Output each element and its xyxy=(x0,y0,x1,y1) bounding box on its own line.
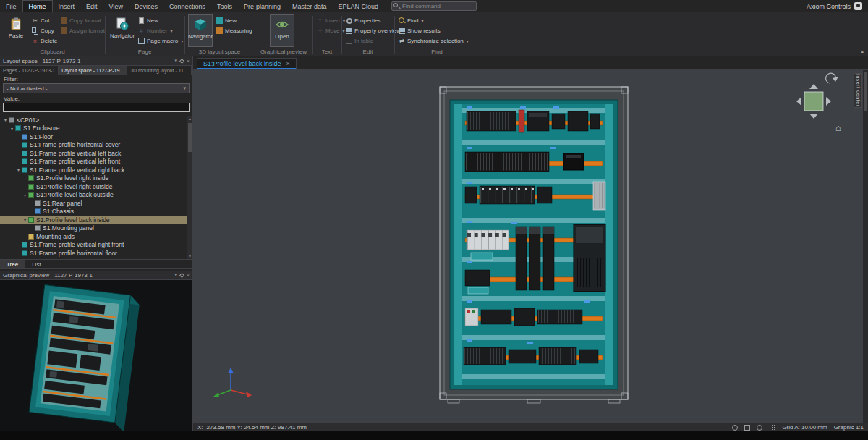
design-mode-icon[interactable] xyxy=(732,425,738,431)
scroll-down-icon[interactable]: ▼ xyxy=(187,254,192,258)
scroll-up-icon[interactable]: ▲ xyxy=(187,117,192,121)
tree-item[interactable]: ▾<CP01> xyxy=(0,116,192,124)
expander-icon[interactable]: ▾ xyxy=(22,217,28,222)
expander-icon[interactable]: ▾ xyxy=(22,192,28,198)
delete-button[interactable]: ×Delete xyxy=(32,36,57,46)
properties-label: Properties xyxy=(354,17,380,24)
tree-item[interactable]: Mounting aids xyxy=(0,232,192,241)
measuring-icon xyxy=(216,28,223,34)
page-navigator-icon xyxy=(115,17,129,31)
folder-icon xyxy=(28,234,34,240)
pin-icon[interactable] xyxy=(179,59,184,64)
frame-profile-icon xyxy=(22,242,27,248)
grid-toggle-icon[interactable] xyxy=(769,424,775,431)
copy-button[interactable]: Copy xyxy=(32,26,54,35)
number-icon: # xyxy=(138,28,145,34)
pin-icon[interactable] xyxy=(179,273,184,278)
show-results-button[interactable]: Show results xyxy=(399,26,441,35)
tree-item[interactable]: S1:Rear panel xyxy=(0,199,192,208)
collapse-ribbon-icon[interactable]: ▴ xyxy=(861,48,864,54)
find-button[interactable]: Find▾ xyxy=(399,16,424,25)
menu-masterdata[interactable]: Master data xyxy=(286,0,333,12)
cut-button[interactable]: ✂Cut xyxy=(32,16,49,25)
tree-item[interactable]: S1:Frame profile horizontal floor xyxy=(0,249,192,258)
tree-item-selected[interactable]: ▾S1:Profile level back inside xyxy=(0,216,192,224)
value-label: Value: xyxy=(4,96,20,102)
tree-item-label: S1:Frame profile vertical left front xyxy=(30,158,120,165)
scrollbar-thumb[interactable] xyxy=(864,72,867,111)
tab-list[interactable]: List xyxy=(25,260,48,268)
new-layout-space-button[interactable]: New xyxy=(216,16,237,25)
menu-eplancloud[interactable]: EPLAN Cloud xyxy=(333,0,385,12)
in-table-icon xyxy=(346,38,352,44)
tree-item-label: S1:Rear panel xyxy=(43,200,82,207)
layout-canvas[interactable]: ⌂ Insert center xyxy=(193,70,862,423)
tree-item[interactable]: S1:Frame profile vertical left back xyxy=(0,149,192,158)
canvas-vertical-scrollbar[interactable] xyxy=(862,70,868,423)
graphical-preview-canvas[interactable] xyxy=(0,280,192,431)
expander-icon[interactable]: ▾ xyxy=(2,117,9,122)
chevron-down-icon[interactable]: ▾ xyxy=(174,272,177,278)
account-icon xyxy=(854,2,862,10)
snap-icon[interactable] xyxy=(744,425,750,431)
tab-close-icon[interactable]: × xyxy=(286,60,290,67)
menu-connections[interactable]: Connections xyxy=(163,0,211,12)
visibility-icon[interactable] xyxy=(757,425,762,431)
synchronize-selection-button[interactable]: ⇄Synchronize selection▾ xyxy=(399,36,469,46)
new-page-button[interactable]: New xyxy=(138,16,158,25)
menu-view[interactable]: View xyxy=(103,0,129,12)
close-icon[interactable]: × xyxy=(187,273,190,278)
tree-item[interactable]: S1:Frame profile vertical left front xyxy=(0,158,192,166)
menu-file[interactable]: File xyxy=(0,0,22,12)
in-table-button[interactable]: In table xyxy=(346,36,373,46)
page-navigator-button[interactable]: Navigator xyxy=(110,14,135,47)
tree-item[interactable]: S1:Frame profile vertical right front xyxy=(0,241,192,250)
tree-scrollbar[interactable]: ▲▼ xyxy=(187,116,192,259)
move-text-button[interactable]: ✛Move▾ xyxy=(317,26,345,35)
expander-icon[interactable]: ▾ xyxy=(9,126,15,131)
insert-center-tab[interactable]: Insert center xyxy=(854,73,862,108)
new-layout-space-icon xyxy=(216,17,223,24)
tree-item[interactable]: S1:Chassis xyxy=(0,208,192,216)
tree-item[interactable]: ▾S1:Enclosure xyxy=(0,124,192,133)
number-button[interactable]: #Number▾ xyxy=(138,26,172,35)
tree-item[interactable]: S1:Profile level right outside xyxy=(0,182,192,191)
chevron-down-icon[interactable]: ▾ xyxy=(174,58,177,64)
tab-layout-space[interactable]: Layout space - 1127-P-19... xyxy=(59,66,127,75)
tab-3d-mounting-layout[interactable]: 3D mounting layout - 11... xyxy=(127,66,192,75)
tree-item[interactable]: ▾S1:Frame profile vertical right back xyxy=(0,166,192,174)
open-preview-button[interactable]: Open xyxy=(270,14,294,47)
command-search-input[interactable] xyxy=(391,1,477,11)
page-macro-button[interactable]: Page macro▾ xyxy=(138,36,183,46)
menu-tools[interactable]: Tools xyxy=(211,0,238,12)
copy-format-button[interactable]: Copy format xyxy=(61,16,101,25)
tab-tree[interactable]: Tree xyxy=(0,260,25,268)
layout-space-navigator-button[interactable]: Navigator xyxy=(188,14,213,47)
tree-item[interactable]: S1:Frame profile horizontal cover xyxy=(0,141,192,150)
menu-insert[interactable]: Insert xyxy=(53,0,81,12)
paste-button[interactable]: Paste xyxy=(4,14,28,47)
account-area[interactable]: Axiom Controls xyxy=(807,2,868,10)
expander-icon[interactable]: ▾ xyxy=(15,167,22,172)
menu-preplanning[interactable]: Pre-planning xyxy=(238,0,286,12)
tree-item[interactable]: S1:Floor xyxy=(0,132,192,141)
menu-edit[interactable]: Edit xyxy=(80,0,103,12)
dropdown-caret-icon: ▾ xyxy=(170,28,172,33)
menu-home[interactable]: Home xyxy=(22,0,53,12)
document-tab[interactable]: S1:Profile level back inside × xyxy=(197,58,297,69)
assign-format-button[interactable]: Assign format xyxy=(61,26,105,35)
tree-item[interactable]: S1:Profile level right inside xyxy=(0,174,192,183)
ribbon-group-3d-layout-space: Navigator New Measuring 3D layout space xyxy=(184,12,255,56)
property-overview-button[interactable]: Property overview xyxy=(346,26,401,35)
properties-button[interactable]: Properties xyxy=(346,16,380,25)
new-page-label: New xyxy=(147,17,158,24)
measuring-button[interactable]: Measuring xyxy=(216,26,252,35)
filter-select[interactable]: - Not activated - ▾ xyxy=(3,83,190,93)
tab-pages[interactable]: Pages - 1127-P-1973-1 xyxy=(0,66,59,75)
close-icon[interactable]: × xyxy=(187,59,190,64)
menu-devices[interactable]: Devices xyxy=(129,0,163,12)
group-label-clipboard: Clipboard xyxy=(0,48,105,55)
tree-item[interactable]: ▾S1:Profile level back outside xyxy=(0,191,192,200)
value-input[interactable] xyxy=(3,103,190,112)
tree-item[interactable]: S1:Mounting panel xyxy=(0,224,192,233)
